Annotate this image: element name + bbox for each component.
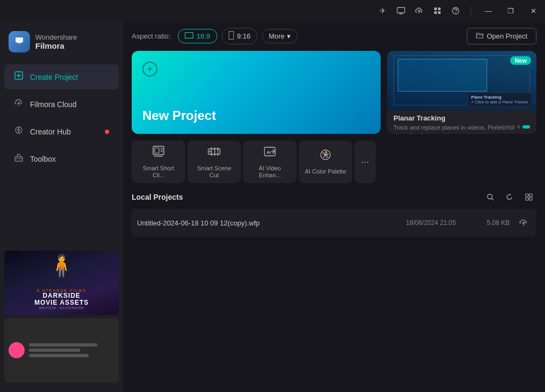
create-project-label: Create Project (30, 73, 78, 81)
local-projects-actions (483, 190, 536, 205)
aspect-16-9-icon (185, 32, 193, 40)
smart-scene-cut-icon (207, 145, 221, 162)
svg-rect-6 (434, 11, 437, 14)
thumb-pink-circle (9, 342, 25, 358)
smart-short-clip-icon (152, 145, 165, 162)
app-name: Filmora (35, 41, 77, 50)
svg-text:AI: AI (324, 153, 328, 156)
close-button[interactable]: ✕ (526, 3, 541, 18)
svg-rect-20 (185, 33, 193, 39)
ai-video-enhance-icon: AI (263, 145, 277, 162)
tool-smart-short-clip[interactable]: Smart Short Cli... (132, 140, 185, 183)
feature-card-planar-tracking[interactable]: New Plane Tracking + Click to add a Plan… (387, 51, 536, 134)
toolbox-label: Toolbox (30, 155, 56, 163)
aspect-ratio-label: Aspect ratio: (132, 32, 170, 40)
new-project-label: New Project (142, 108, 216, 123)
project-row[interactable]: Untitled-2024-06-18 10 09 12(copy).wfp 1… (132, 209, 536, 237)
sidebar-item-filmora-cloud[interactable]: Filmora Cloud (4, 92, 119, 117)
titlebar-icons: ✈ — ❐ ✕ (377, 3, 541, 18)
svg-point-15 (18, 129, 20, 131)
aspect-9-16-button[interactable]: 9:16 (222, 28, 258, 44)
sidebar-item-toolbox[interactable]: Toolbox (4, 146, 119, 171)
svg-rect-24 (155, 148, 159, 153)
local-projects-section: Local Projects Untitled-2024-06-18 10 09… (123, 190, 545, 392)
svg-text:AI: AI (267, 149, 271, 154)
aspect-9-16-label: 9:16 (237, 32, 251, 40)
upload-icon (519, 218, 528, 227)
thumbnail-darkside[interactable]: 🧍 A STRANGE FILMS DARKSIDEMOVIE ASSETS W… (4, 251, 119, 315)
new-project-card[interactable]: + New Project (132, 51, 381, 134)
refresh-projects-button[interactable] (502, 190, 517, 205)
more-aspect-button[interactable]: More ▾ (262, 29, 298, 43)
smart-short-clip-label: Smart Short Cli... (137, 165, 180, 179)
tool-smart-scene-cut[interactable]: Smart Scene Cut (187, 140, 241, 183)
filmora-cloud-label: Filmora Cloud (30, 100, 77, 109)
dot-2 (501, 125, 504, 129)
search-projects-button[interactable] (483, 190, 498, 205)
search-icon (487, 193, 494, 201)
project-upload-button[interactable] (516, 215, 531, 230)
restore-button[interactable]: ❐ (503, 3, 518, 18)
dot-3 (506, 125, 510, 129)
local-projects-header: Local Projects (132, 190, 536, 205)
plane-tracking-ui: Plane Tracking + Click to add a Plane Tr… (467, 92, 532, 107)
smart-scene-cut-label: Smart Scene Cut (193, 165, 236, 179)
topbar: Aspect ratio: 16:9 9:16 More ▾ (123, 21, 545, 51)
svg-rect-49 (526, 198, 528, 200)
thumb-subtitle-text: WHITTLIN · ILLUSTRATOR (39, 306, 84, 310)
svg-rect-4 (434, 7, 437, 10)
svg-point-9 (455, 12, 456, 12)
open-project-button[interactable]: Open Project (467, 28, 536, 44)
dot-0 (490, 125, 494, 129)
titlebar: ✈ — ❐ ✕ (0, 0, 545, 21)
cards-row: + New Project New Plane Tracking + Click… (123, 51, 545, 140)
open-project-folder-icon (476, 32, 483, 40)
tool-ai-video-enhance[interactable]: AI AI Video Enhan... (243, 140, 297, 183)
brand-name: Wondershare (35, 33, 77, 41)
grid-view-projects-button[interactable] (521, 190, 536, 205)
apps-grid-icon[interactable] (432, 5, 443, 16)
new-feature-badge: New (510, 56, 531, 65)
project-size: 5.08 KB (472, 219, 510, 227)
more-tools-icon: ··· (361, 156, 369, 168)
open-project-label: Open Project (487, 32, 527, 40)
display-icon[interactable] (396, 5, 406, 16)
content-area: Aspect ratio: 16:9 9:16 More ▾ (123, 21, 545, 392)
support-icon[interactable] (450, 5, 461, 16)
creator-hub-notification-badge (105, 130, 109, 134)
cloud-upload-icon[interactable] (414, 5, 425, 16)
dot-1 (496, 125, 499, 129)
aspect-16-9-button[interactable]: 16:9 (178, 29, 217, 43)
thumbnail-pink[interactable] (4, 318, 119, 382)
filmora-cloud-icon (14, 98, 24, 110)
svg-rect-0 (397, 7, 405, 13)
app-logo-icon (9, 31, 30, 52)
svg-rect-5 (438, 7, 441, 10)
creator-hub-label: Creator Hub (30, 127, 71, 136)
feature-title: Planar Tracking (393, 114, 530, 122)
minimize-button[interactable]: — (481, 3, 496, 18)
thumb-figure: 🧍 (48, 253, 75, 278)
sidebar-item-creator-hub[interactable]: Creator Hub (4, 119, 119, 144)
ai-color-palette-icon: AI (319, 148, 332, 165)
project-date: 18/06/2024 21:05 (396, 219, 466, 227)
thumb-line-2 (29, 349, 80, 352)
svg-point-33 (209, 150, 211, 152)
svg-rect-7 (438, 11, 441, 14)
feedback-icon[interactable]: ✈ (377, 5, 388, 16)
tool-ai-color-palette[interactable]: AI AI Color Palette (299, 140, 352, 183)
thumb-title-text: DARKSIDEMOVIE ASSETS (34, 292, 89, 306)
create-project-icon (14, 71, 24, 83)
new-project-plus-icon: + (142, 62, 157, 77)
logo-area: Wondershare Filmora (0, 27, 123, 63)
main-layout: Wondershare Filmora Create Project Filmo… (0, 21, 545, 392)
grid-view-icon (525, 193, 533, 201)
sidebar-item-create-project[interactable]: Create Project (4, 64, 119, 89)
sidebar: Wondershare Filmora Create Project Filmo… (0, 21, 123, 392)
more-tools-button[interactable]: ··· (354, 140, 376, 183)
thumb-pink-content (29, 343, 115, 357)
toolbox-icon (14, 153, 24, 165)
dot-6-active (523, 125, 530, 129)
titlebar-divider (471, 6, 471, 15)
ai-color-palette-label: AI Color Palette (305, 168, 346, 175)
